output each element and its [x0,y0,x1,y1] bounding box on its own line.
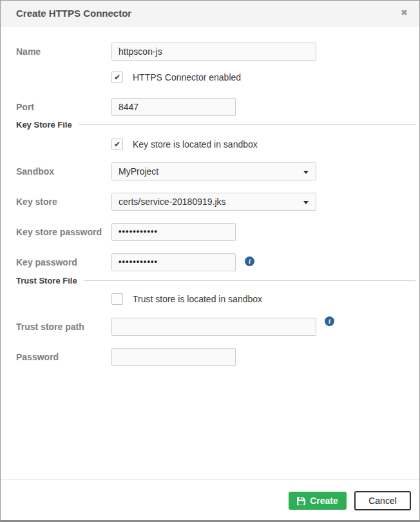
key-store-label: Key store [16,193,110,211]
close-icon[interactable]: ✖ [401,8,408,18]
create-https-connector-dialog: Create HTTPS Connector ✖ Name httpscon-j… [0,0,420,522]
caret-down-icon [303,171,309,174]
create-button[interactable]: Create [289,492,347,510]
trust-store-sandbox-checkbox[interactable]: ✔ [111,293,123,305]
create-button-label: Create [310,496,338,506]
key-store-file-section-title: Key Store File [16,120,72,130]
key-store-select[interactable]: certs/service-20180919.jks [111,193,316,211]
port-input[interactable]: 8447 [111,98,236,116]
trust-password-label: Password [16,348,110,366]
name-label: Name [16,43,110,61]
trust-store-path-label: Trust store path [16,318,110,336]
key-password-input[interactable]: ••••••••••• [111,253,236,271]
sandbox-select[interactable]: MyProject [111,162,316,180]
key-password-label: Key password [16,253,110,271]
trust-password-input[interactable] [111,348,236,366]
port-label: Port [16,98,110,116]
check-icon: ✔ [112,72,122,82]
trust-store-sandbox-label: Trust store is located in sandbox [133,293,262,305]
key-store-file-section: Key Store File [16,119,415,130]
trust-store-path-input[interactable] [111,318,316,336]
dialog-header: Create HTTPS Connector ✖ [1,1,419,26]
dialog-title: Create HTTPS Connector [16,8,131,19]
check-icon: ✔ [112,139,122,150]
sandbox-label: Sandbox [16,162,110,180]
key-store-sandbox-label: Key store is located in sandbox [133,139,258,151]
https-enabled-checkbox[interactable]: ✔ [111,72,123,83]
key-store-sandbox-checkbox[interactable]: ✔ [111,139,123,150]
key-store-password-input[interactable]: ••••••••••• [111,223,236,241]
trust-store-file-section: Trust Store File [16,275,415,285]
section-divider [84,280,415,281]
section-divider [79,124,415,125]
cancel-button[interactable]: Cancel [354,491,411,510]
info-icon[interactable]: i [245,256,254,266]
name-input[interactable]: httpscon-js [111,43,316,61]
key-store-password-label: Key store password [16,223,110,241]
info-icon[interactable]: i [325,316,334,326]
https-enabled-label: HTTPS Connector enabled [133,72,241,84]
save-icon [297,497,305,505]
caret-down-icon [303,201,309,204]
trust-store-file-section-title: Trust Store File [16,276,77,285]
key-store-select-value: certs/service-20180919.jks [119,197,226,207]
sandbox-select-value: MyProject [119,166,158,177]
